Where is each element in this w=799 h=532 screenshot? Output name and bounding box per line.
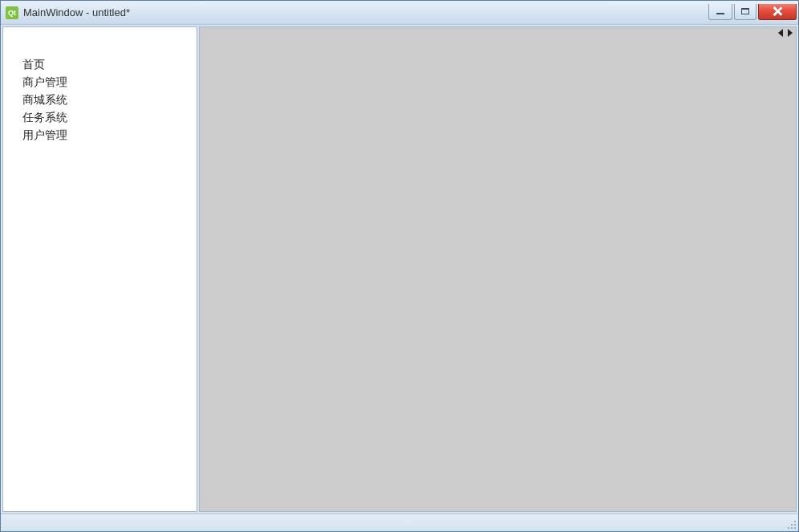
statusbar	[1, 514, 798, 531]
sidebar-item-user[interactable]: 用户管理	[22, 126, 197, 144]
minimize-button[interactable]	[708, 4, 732, 20]
window-title: MainWindow - untitled*	[23, 6, 708, 18]
sidebar-item-merchant[interactable]: 商户管理	[22, 73, 197, 91]
svg-point-3	[788, 527, 789, 529]
window-controls	[708, 4, 797, 20]
main-design-area[interactable]	[199, 26, 797, 512]
main-window: Qt MainWindow - untitled* 首页 商户管理 商城系统 任…	[0, 0, 799, 532]
resize-grip[interactable]	[785, 518, 797, 530]
qt-app-icon-label: Qt	[8, 9, 16, 17]
body-area: 首页 商户管理 商城系统 任务系统 用户管理	[1, 25, 798, 514]
titlebar[interactable]: Qt MainWindow - untitled*	[1, 1, 798, 25]
close-icon	[772, 6, 783, 16]
resize-grip-icon	[785, 518, 797, 530]
tab-scroll-arrows	[778, 29, 793, 37]
minimize-icon	[716, 13, 724, 14]
sidebar-item-mall[interactable]: 商城系统	[22, 91, 197, 108]
qt-app-icon: Qt	[6, 6, 18, 19]
svg-point-0	[794, 521, 796, 522]
tab-scroll-left-icon[interactable]	[778, 29, 783, 37]
sidebar-item-home[interactable]: 首页	[22, 55, 197, 73]
svg-point-5	[794, 527, 796, 529]
close-button[interactable]	[758, 4, 797, 20]
sidebar: 首页 商户管理 商城系统 任务系统 用户管理	[2, 26, 197, 512]
sidebar-item-task[interactable]: 任务系统	[22, 108, 197, 126]
svg-point-2	[794, 524, 796, 526]
svg-point-4	[791, 527, 793, 529]
tab-scroll-right-icon[interactable]	[788, 29, 793, 37]
maximize-button[interactable]	[734, 4, 756, 20]
maximize-icon	[741, 8, 749, 14]
svg-point-1	[791, 524, 793, 526]
